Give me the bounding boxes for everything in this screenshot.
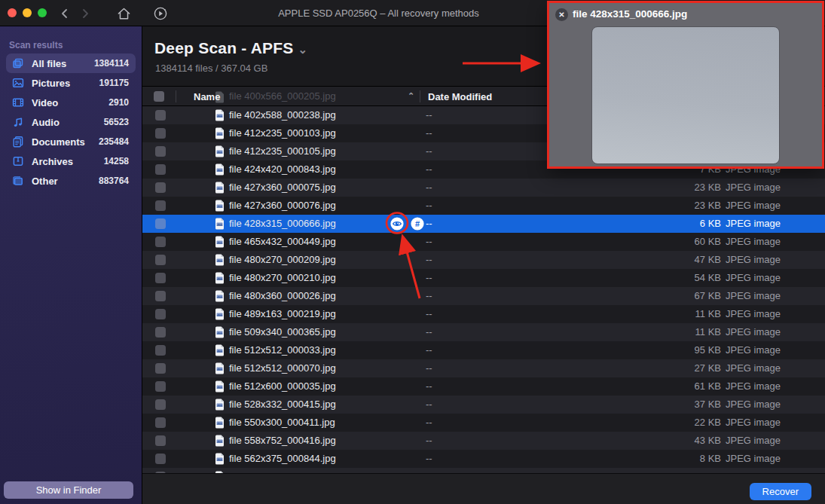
file-type: JPEG image: [726, 236, 781, 247]
table-row[interactable]: file 428x315_000666.jpg # -- 6 KB JPEG i…: [142, 215, 825, 233]
row-checkbox[interactable]: [155, 218, 166, 229]
zoom-window-button[interactable]: [38, 8, 47, 17]
row-checkbox[interactable]: [155, 454, 166, 464]
row-checkbox[interactable]: [155, 381, 166, 392]
table-row[interactable]: file 427x360_000075.jpg -- 23 KB JPEG im…: [142, 179, 825, 197]
sidebar-item-archives[interactable]: Archives 14258: [6, 151, 136, 171]
file-date-modified: --: [426, 236, 432, 247]
ghost-row-name: file 400x566_000205.jpg: [229, 90, 336, 102]
table-row[interactable]: file 489x163_000219.jpg -- 11 KB JPEG im…: [142, 305, 825, 323]
sidebar-section-label: Scan results: [9, 40, 63, 50]
file-date-modified: --: [426, 218, 432, 229]
sidebar-item-count: 1384114: [94, 58, 129, 69]
table-row[interactable]: file 512x512_000033.jpg -- 95 KB JPEG im…: [142, 341, 825, 359]
sidebar-item-documents[interactable]: Documents 235484: [6, 132, 136, 151]
jpeg-file-icon: [215, 200, 225, 212]
recovery-chances-icon[interactable]: #: [411, 217, 424, 231]
file-name: file 480x270_000209.jpg: [229, 254, 336, 265]
window-title: APPLE SSD AP0256Q – All recovery methods: [211, 0, 546, 26]
table-row[interactable]: file 550x300_000411.jpg -- 22 KB JPEG im…: [142, 414, 825, 432]
minimize-window-button[interactable]: [23, 8, 32, 17]
row-checkbox[interactable]: [155, 435, 166, 446]
file-name: file 550x300_000411.jpg: [229, 417, 335, 428]
preview-eye-icon[interactable]: [390, 217, 404, 231]
close-window-button[interactable]: [8, 8, 17, 17]
sidebar-item-other[interactable]: Other 883764: [6, 171, 136, 191]
sidebar-item-count: 14258: [104, 156, 129, 166]
row-checkbox[interactable]: [155, 128, 166, 139]
forward-icon[interactable]: [76, 5, 94, 23]
table-row[interactable]: file 465x432_000449.jpg -- 60 KB JPEG im…: [142, 233, 825, 251]
file-type: JPEG image: [726, 200, 781, 211]
row-checkbox[interactable]: [155, 237, 166, 247]
file-type: JPEG image: [726, 435, 781, 446]
file-name: file 480x360_000026.jpg: [229, 290, 336, 301]
sidebar-item-label: Pictures: [32, 78, 99, 89]
file-date-modified: --: [426, 326, 432, 338]
table-row[interactable]: file 512x600_000035.jpg -- 61 KB JPEG im…: [142, 377, 825, 396]
row-checkbox[interactable]: [155, 345, 166, 356]
file-date-modified: --: [426, 290, 432, 301]
scan-title[interactable]: Deep Scan - APFS⌄: [154, 39, 307, 57]
select-all-checkbox[interactable]: [154, 91, 164, 102]
table-row[interactable]: file 512x512_000070.jpg -- 27 KB JPEG im…: [142, 359, 825, 377]
table-row[interactable]: [142, 468, 825, 473]
table-row[interactable]: file 480x360_000026.jpg -- 67 KB JPEG im…: [142, 287, 825, 305]
row-checkbox[interactable]: [155, 399, 166, 410]
row-checkbox[interactable]: [155, 291, 166, 301]
file-type: JPEG image: [726, 218, 781, 229]
preview-image: [591, 26, 780, 164]
file-date-modified: --: [426, 200, 432, 211]
row-checkbox[interactable]: [155, 327, 166, 338]
table-row[interactable]: file 558x752_000416.jpg -- 43 KB JPEG im…: [142, 432, 825, 450]
show-in-finder-button[interactable]: Show in Finder: [4, 481, 133, 499]
header-divider: [176, 90, 176, 102]
file-name: file 480x270_000210.jpg: [229, 272, 336, 283]
column-header-date-modified[interactable]: Date Modified: [428, 91, 492, 102]
archives-icon: [12, 155, 24, 167]
row-checkbox[interactable]: [155, 200, 166, 211]
row-checkbox[interactable]: [155, 417, 166, 428]
row-checkbox[interactable]: [155, 309, 166, 319]
home-icon[interactable]: [115, 5, 133, 23]
file-date-modified: --: [426, 380, 432, 392]
close-icon[interactable]: ✕: [555, 8, 568, 21]
recover-button[interactable]: Recover: [750, 483, 811, 500]
jpeg-file-icon: [215, 182, 225, 194]
sidebar: Scan results All files 1384114 Pictures …: [0, 26, 142, 504]
file-type: JPEG image: [726, 290, 781, 301]
file-date-modified: --: [426, 399, 432, 410]
row-checkbox[interactable]: [155, 146, 166, 157]
table-row[interactable]: file 562x375_000844.jpg -- 8 KB JPEG ima…: [142, 450, 825, 468]
row-checkbox[interactable]: [155, 273, 166, 283]
row-checkbox[interactable]: [155, 363, 166, 374]
table-row[interactable]: file 509x340_000365.jpg -- 11 KB JPEG im…: [142, 323, 825, 341]
file-size: 11 KB: [695, 308, 721, 319]
file-name: file 528x332_000415.jpg: [229, 399, 336, 410]
sidebar-item-all-files[interactable]: All files 1384114: [6, 53, 136, 73]
back-icon[interactable]: [56, 5, 74, 23]
row-checkbox[interactable]: [155, 255, 166, 265]
pictures-icon: [12, 77, 24, 89]
row-checkbox[interactable]: [155, 110, 166, 121]
column-header-name[interactable]: Name: [194, 91, 220, 102]
table-row[interactable]: file 480x270_000209.jpg -- 47 KB JPEG im…: [142, 251, 825, 269]
sidebar-item-count: 191175: [99, 78, 129, 88]
table-row[interactable]: file 480x270_000210.jpg -- 54 KB JPEG im…: [142, 269, 825, 287]
sidebar-item-pictures[interactable]: Pictures 191175: [6, 73, 136, 93]
file-date-modified: --: [426, 272, 432, 283]
table-row[interactable]: file 528x332_000415.jpg -- 37 KB JPEG im…: [142, 396, 825, 414]
audio-icon: [12, 116, 24, 128]
table-row[interactable]: file 427x360_000076.jpg -- 23 KB JPEG im…: [142, 197, 825, 215]
sidebar-item-label: Archives: [32, 156, 104, 167]
sort-ascending-icon[interactable]: ⌃: [408, 91, 414, 101]
chevron-down-icon[interactable]: ⌄: [298, 43, 307, 56]
row-checkbox[interactable]: [155, 182, 166, 193]
file-type: JPEG image: [726, 417, 781, 428]
rescan-icon[interactable]: [151, 5, 170, 23]
jpeg-file-icon: [215, 417, 225, 429]
sidebar-item-video[interactable]: Video 2910: [6, 93, 136, 112]
jpeg-file-icon: [215, 254, 225, 266]
row-checkbox[interactable]: [155, 164, 166, 175]
sidebar-item-audio[interactable]: Audio 56523: [6, 112, 136, 132]
